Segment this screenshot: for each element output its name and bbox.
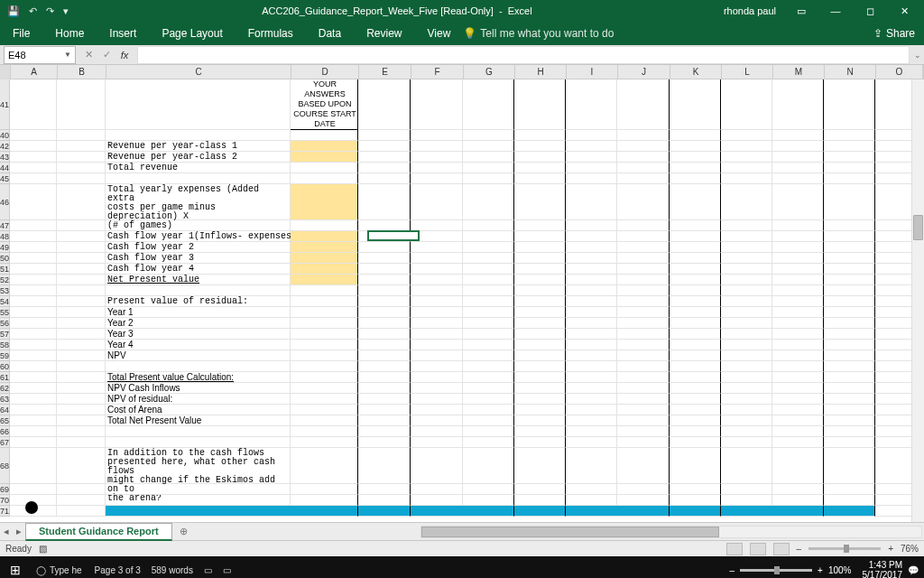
- cell[interactable]: [57, 506, 106, 517]
- scrollbar-thumb[interactable]: [421, 527, 719, 537]
- cell[interactable]: [721, 495, 772, 506]
- cell[interactable]: [463, 79, 514, 130]
- cell[interactable]: [411, 253, 463, 264]
- cell[interactable]: [824, 329, 875, 340]
- cell[interactable]: Total Net Present Value: [106, 415, 291, 426]
- cell[interactable]: [106, 426, 291, 437]
- cell[interactable]: [824, 361, 875, 372]
- cell[interactable]: [463, 296, 514, 307]
- tell-me-search[interactable]: 💡 Tell me what you want to do: [463, 27, 614, 40]
- cell[interactable]: [772, 448, 824, 484]
- cell[interactable]: [106, 79, 291, 130]
- cell[interactable]: [57, 307, 106, 318]
- cell[interactable]: [411, 285, 463, 296]
- cell[interactable]: [411, 394, 463, 405]
- cell[interactable]: [566, 350, 617, 361]
- fx-icon[interactable]: fx: [117, 50, 132, 61]
- cell[interactable]: [57, 152, 106, 163]
- cell[interactable]: [670, 329, 721, 340]
- cell[interactable]: [772, 394, 824, 405]
- cell[interactable]: NPV Cash Inflows: [106, 383, 291, 394]
- cell[interactable]: [824, 405, 875, 415]
- cell[interactable]: [463, 275, 514, 285]
- cell[interactable]: In addition to the cash flows presented …: [106, 448, 291, 484]
- cell[interactable]: [514, 152, 566, 163]
- cell[interactable]: Year 3: [106, 329, 291, 340]
- cell[interactable]: [106, 437, 291, 448]
- cell[interactable]: [10, 405, 57, 415]
- row-header-46[interactable]: 46: [0, 184, 10, 220]
- cell[interactable]: [566, 307, 617, 318]
- cell[interactable]: [106, 285, 291, 296]
- cell[interactable]: [514, 448, 566, 484]
- cell[interactable]: [291, 318, 358, 329]
- column-header-B[interactable]: B: [58, 65, 106, 79]
- cell[interactable]: [617, 184, 670, 220]
- row-header-50[interactable]: 50: [0, 253, 10, 264]
- row-header-63[interactable]: 63: [0, 394, 10, 405]
- cell[interactable]: [566, 285, 617, 296]
- ribbon-tab-home[interactable]: Home: [42, 27, 97, 40]
- cell[interactable]: [411, 130, 463, 141]
- cell[interactable]: [411, 426, 463, 437]
- cell[interactable]: [824, 242, 875, 253]
- row-header-66[interactable]: 66: [0, 426, 10, 437]
- cell[interactable]: [514, 130, 566, 141]
- cell[interactable]: [566, 372, 617, 383]
- row-header-58[interactable]: 58: [0, 340, 10, 350]
- cell[interactable]: [106, 173, 291, 184]
- cell[interactable]: [358, 383, 411, 394]
- cell[interactable]: [824, 152, 875, 163]
- cell[interactable]: [411, 275, 463, 285]
- cell[interactable]: [358, 448, 411, 484]
- cell[interactable]: [10, 242, 57, 253]
- column-header-I[interactable]: I: [567, 65, 618, 79]
- cell[interactable]: [824, 141, 875, 152]
- cell[interactable]: [721, 184, 772, 220]
- cell[interactable]: [721, 152, 772, 163]
- row-header-41[interactable]: 41: [0, 79, 10, 130]
- cell[interactable]: [617, 152, 670, 163]
- tab-nav-next[interactable]: ▸: [13, 526, 25, 537]
- row-header-71[interactable]: 71: [0, 506, 10, 517]
- cell[interactable]: [772, 184, 824, 220]
- cell[interactable]: [566, 130, 617, 141]
- cell[interactable]: [514, 231, 566, 242]
- cell[interactable]: [670, 184, 721, 220]
- cell[interactable]: [566, 448, 617, 484]
- cell[interactable]: [670, 242, 721, 253]
- cell[interactable]: [463, 484, 514, 495]
- cell[interactable]: [514, 242, 566, 253]
- cell[interactable]: [772, 437, 824, 448]
- cell[interactable]: [463, 141, 514, 152]
- cell[interactable]: [57, 394, 106, 405]
- cell[interactable]: [566, 296, 617, 307]
- cell[interactable]: [772, 173, 824, 184]
- cell[interactable]: [670, 361, 721, 372]
- cell[interactable]: [566, 329, 617, 340]
- cell[interactable]: [57, 350, 106, 361]
- cell[interactable]: [824, 231, 875, 242]
- cell[interactable]: [824, 372, 875, 383]
- cell[interactable]: [670, 307, 721, 318]
- cell[interactable]: [411, 484, 463, 495]
- cell[interactable]: [514, 415, 566, 426]
- cell[interactable]: [566, 173, 617, 184]
- cell[interactable]: [824, 173, 875, 184]
- cell[interactable]: [514, 437, 566, 448]
- cell[interactable]: [721, 242, 772, 253]
- cell[interactable]: [566, 361, 617, 372]
- cell[interactable]: [463, 285, 514, 296]
- cell[interactable]: [57, 484, 106, 495]
- cell[interactable]: [566, 383, 617, 394]
- cell[interactable]: [411, 152, 463, 163]
- zoom-level[interactable]: 76%: [901, 544, 919, 554]
- cell[interactable]: [566, 184, 617, 220]
- row-header-54[interactable]: 54: [0, 296, 10, 307]
- cell[interactable]: [10, 296, 57, 307]
- share-button[interactable]: ⇪ Share: [873, 27, 924, 40]
- cell[interactable]: [10, 415, 57, 426]
- cell[interactable]: [358, 350, 411, 361]
- cell[interactable]: [824, 484, 875, 495]
- cell[interactable]: [291, 372, 358, 383]
